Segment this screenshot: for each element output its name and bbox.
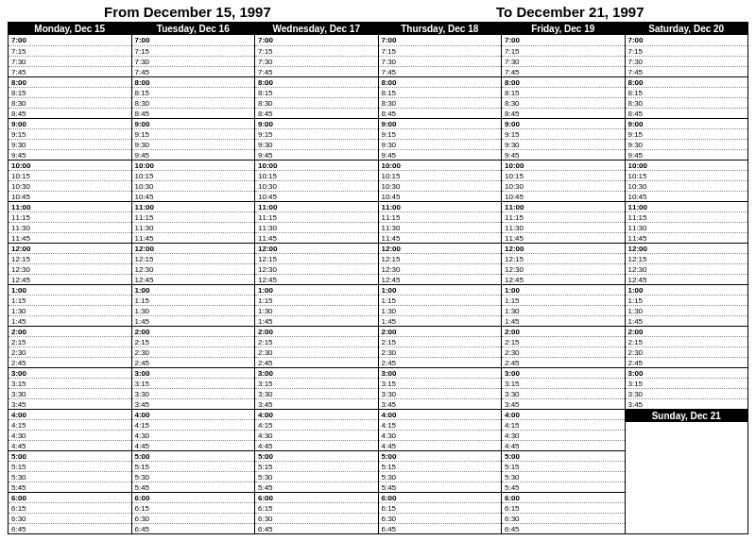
time-slot: 8:30	[132, 97, 255, 108]
time-slot: 5:45	[9, 482, 131, 492]
time-slot: 9:30	[626, 139, 748, 149]
time-slot: 11:00	[379, 201, 502, 211]
time-slot: 4:15	[9, 419, 131, 430]
time-slot: 5:15	[132, 461, 255, 471]
time-slot: 5:15	[502, 461, 625, 471]
time-slot: 12:00	[132, 243, 255, 253]
time-slot: 7:00	[502, 35, 625, 45]
time-slot: 8:15	[502, 87, 625, 97]
time-slot: 9:30	[9, 139, 131, 149]
day-header: Thursday, Dec 18	[379, 23, 502, 35]
time-slot: 1:45	[626, 315, 748, 326]
day-column-friday: Friday, Dec 19 7:007:157:307:458:008:158…	[502, 23, 626, 533]
day-column-wednesday: Wednesday, Dec 17 7:007:157:307:458:008:…	[255, 23, 379, 533]
time-slot: 7:30	[9, 56, 131, 66]
time-slot: 11:15	[9, 211, 131, 222]
time-slot: 7:00	[626, 35, 748, 45]
time-slot: 10:15	[502, 170, 625, 180]
time-slot: 10:00	[502, 160, 625, 170]
time-slot: 7:15	[132, 45, 255, 56]
time-slot: 6:45	[255, 523, 378, 533]
time-slot: 9:00	[132, 118, 255, 128]
time-slot: 3:45	[9, 398, 131, 409]
time-slot: 5:15	[379, 461, 502, 471]
time-slot: 11:45	[502, 232, 625, 243]
time-slot: 6:15	[502, 502, 625, 513]
time-slot: 10:00	[9, 160, 131, 170]
time-slot: 12:15	[132, 253, 255, 263]
time-slot: 2:15	[132, 336, 255, 347]
day-header: Tuesday, Dec 16	[132, 23, 255, 35]
time-slots: 7:007:157:307:458:008:158:308:459:009:15…	[9, 35, 131, 533]
time-slot: 4:15	[255, 419, 378, 430]
time-slot: 4:30	[255, 430, 378, 440]
time-slot: 8:45	[626, 108, 748, 118]
time-slot: 3:15	[502, 378, 625, 388]
time-slot: 8:15	[626, 87, 748, 97]
time-slot: 2:00	[132, 326, 255, 336]
time-slot: 10:15	[626, 170, 748, 180]
time-slot: 1:45	[255, 315, 378, 326]
time-slot: 1:00	[626, 284, 748, 295]
time-slot: 5:00	[255, 450, 378, 461]
time-slot: 11:30	[502, 222, 625, 232]
time-slot: 1:30	[255, 305, 378, 315]
time-slot: 2:45	[626, 357, 748, 367]
time-slot: 9:45	[379, 149, 502, 160]
time-slot: 4:45	[502, 440, 625, 450]
time-slot: 9:45	[132, 149, 255, 160]
time-slot: 11:45	[379, 232, 502, 243]
time-slot: 8:30	[379, 97, 502, 108]
time-slot: 4:30	[502, 430, 625, 440]
time-slot: 5:00	[9, 450, 131, 461]
time-slot: 3:15	[626, 378, 748, 388]
time-slot: 8:45	[9, 108, 131, 118]
time-slot: 11:15	[255, 211, 378, 222]
time-slot: 5:00	[132, 450, 255, 461]
time-slot: 3:45	[255, 398, 378, 409]
time-slot: 6:15	[9, 502, 131, 513]
time-slot: 9:15	[132, 128, 255, 139]
time-slot: 11:30	[379, 222, 502, 232]
time-slot: 3:00	[255, 367, 378, 378]
time-slot: 8:30	[502, 97, 625, 108]
time-slot: 1:30	[626, 305, 748, 315]
time-slot: 8:00	[626, 76, 748, 87]
time-slot: 3:00	[9, 367, 131, 378]
time-slot: 12:15	[626, 253, 748, 263]
time-slot: 12:30	[502, 263, 625, 274]
time-slot: 11:45	[255, 232, 378, 243]
time-slot: 4:15	[502, 419, 625, 430]
time-slot: 3:00	[626, 367, 748, 378]
time-slot: 5:30	[132, 471, 255, 482]
time-slot: 9:15	[9, 128, 131, 139]
planner-grid: Monday, Dec 15 7:007:157:307:458:008:158…	[8, 22, 748, 534]
time-slot: 4:30	[132, 430, 255, 440]
time-slot: 1:00	[379, 284, 502, 295]
time-slot: 11:30	[255, 222, 378, 232]
time-slot: 7:15	[379, 45, 502, 56]
time-slot: 5:15	[255, 461, 378, 471]
time-slot: 3:15	[255, 378, 378, 388]
time-slot: 1:15	[255, 295, 378, 305]
time-slot: 7:45	[9, 66, 131, 76]
day-column-monday: Monday, Dec 15 7:007:157:307:458:008:158…	[9, 23, 132, 533]
time-slot: 7:45	[379, 66, 502, 76]
time-slot: 2:30	[379, 347, 502, 357]
time-slots: 7:007:157:307:458:008:158:308:459:009:15…	[379, 35, 502, 533]
time-slot: 9:00	[626, 118, 748, 128]
time-slot: 11:15	[626, 211, 748, 222]
time-slot: 11:00	[9, 201, 131, 211]
time-slot: 12:15	[502, 253, 625, 263]
time-slot: 3:30	[502, 388, 625, 398]
time-slot: 4:00	[132, 409, 255, 419]
time-slot: 4:45	[132, 440, 255, 450]
time-slot: 11:15	[502, 211, 625, 222]
time-slot: 2:15	[9, 336, 131, 347]
time-slot: 2:30	[132, 347, 255, 357]
time-slot: 4:15	[379, 419, 502, 430]
day-column-thursday: Thursday, Dec 18 7:007:157:307:458:008:1…	[379, 23, 503, 533]
time-slot: 10:30	[379, 180, 502, 191]
time-slot: 7:30	[626, 56, 748, 66]
time-slot: 7:45	[502, 66, 625, 76]
